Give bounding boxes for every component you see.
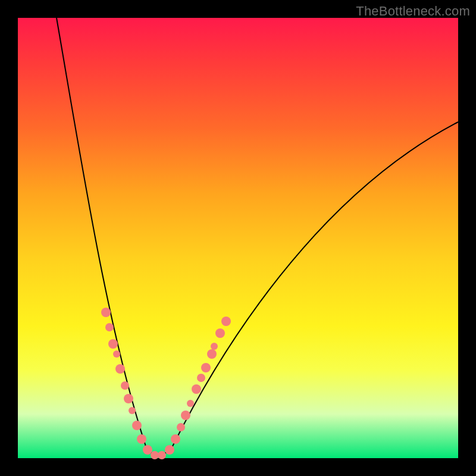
- data-marker: [115, 364, 125, 374]
- data-marker: [129, 407, 136, 414]
- data-marker: [221, 317, 231, 326]
- bottleneck-curve: [57, 18, 458, 455]
- data-marker: [113, 350, 120, 358]
- data-marker: [158, 451, 166, 459]
- data-marker: [187, 400, 194, 407]
- data-marker: [137, 434, 146, 444]
- data-marker: [177, 423, 185, 431]
- watermark-text: TheBottleneck.com: [356, 4, 470, 19]
- chart-svg: [18, 18, 458, 458]
- data-marker: [211, 343, 218, 350]
- data-marker: [108, 339, 118, 349]
- data-marker: [124, 394, 133, 403]
- data-marker: [151, 451, 159, 459]
- data-marker: [132, 421, 142, 430]
- data-marker: [121, 381, 129, 390]
- data-marker: [192, 384, 201, 394]
- data-marker: [181, 411, 190, 420]
- marker-group: [101, 308, 231, 459]
- chart-container: TheBottleneck.com: [0, 0, 476, 476]
- data-marker: [201, 363, 211, 372]
- data-marker: [215, 328, 225, 338]
- data-marker: [197, 374, 205, 382]
- data-marker: [101, 308, 111, 317]
- data-marker: [207, 349, 217, 359]
- plot-area: [18, 18, 458, 458]
- data-marker: [165, 445, 174, 455]
- data-marker: [105, 323, 114, 331]
- data-marker: [143, 445, 152, 455]
- data-marker: [171, 434, 180, 444]
